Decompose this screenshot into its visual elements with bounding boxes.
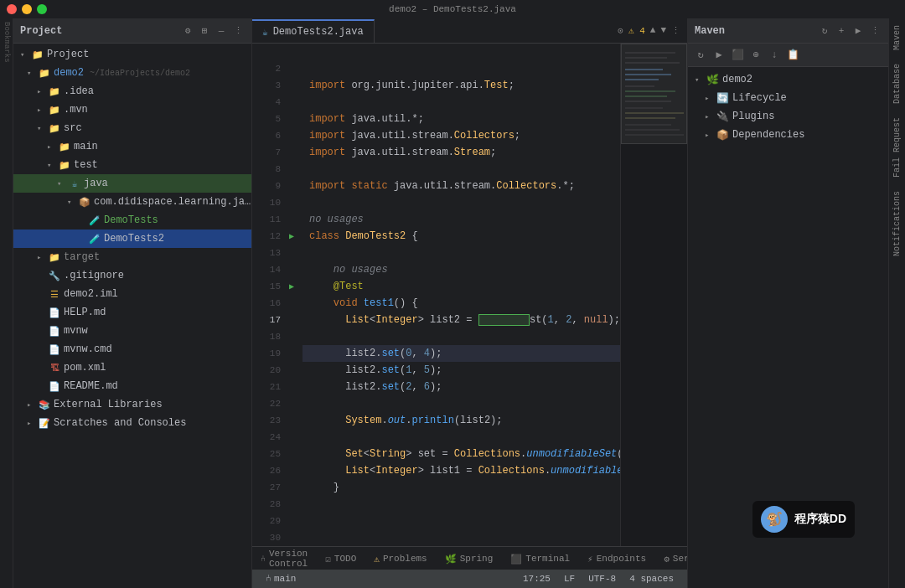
maven-more-icon[interactable]: ⋮ (868, 24, 882, 38)
ln-13: 13 (252, 245, 287, 261)
maven-btn-2[interactable]: ▶ (711, 48, 727, 63)
code-line-27 (303, 513, 620, 529)
code-line-16 (303, 328, 620, 345)
tree-item-demo2iml[interactable]: ☰ demo2.iml (13, 285, 251, 303)
gitignore-icon: 🔧 (48, 269, 61, 282)
status-right: 17:25 LF UTF-8 4 spaces (516, 574, 680, 584)
tree-item-idea[interactable]: ▸ 📁 .idea (13, 82, 251, 101)
tree-item-demotests[interactable]: 🧪 DemoTests (13, 211, 251, 230)
code-line-10 (303, 194, 620, 211)
status-indent[interactable]: 4 spaces (623, 574, 680, 584)
tab-demotests2[interactable]: ☕ DemoTests2.java (252, 19, 375, 43)
tree-label: .gitignore (64, 270, 124, 281)
maven-arrow: ▾ (695, 75, 703, 85)
code-line-24: List<Integer> list1 = Collections.unmodi… (303, 462, 620, 479)
editor-toolbar: ⊙ ⚠ 4 ▲ ▼ ⋮ (611, 18, 687, 43)
code-content[interactable]: import org.junit.jupiter.api.Test; impor… (303, 44, 620, 546)
tree-item-scratches[interactable]: ▸ 📝 Scratches and Consoles (13, 414, 251, 432)
title-bar: demo2 – DemoTests2.java (0, 0, 905, 18)
sidebar-more-icon[interactable]: ⋮ (231, 24, 245, 38)
maven-run-icon[interactable]: ▶ (851, 24, 865, 38)
tree-item-helpmd[interactable]: 📄 HELP.md (13, 303, 251, 322)
maven-item-dependencies[interactable]: ▸ 📦 Dependencies (688, 126, 888, 144)
close-button[interactable] (7, 4, 17, 14)
folder-icon: 📁 (58, 140, 71, 153)
ln-28: 28 (252, 496, 287, 513)
editor-area: ☕ DemoTests2.java ⊙ ⚠ 4 ▲ ▼ ⋮ 2 3 4 5 6 … (252, 18, 687, 588)
scroll-up-icon[interactable]: ▲ (650, 25, 656, 35)
maven-btn-6[interactable]: 📋 (785, 48, 800, 63)
right-tab-database[interactable]: Database (891, 57, 903, 111)
status-vc[interactable]: ⑃ main (259, 570, 303, 588)
vc-label: Version Control (269, 549, 308, 569)
sidebar-settings-icon[interactable]: ⚙ (181, 24, 194, 38)
tree-label: .mvn (64, 104, 88, 116)
tree-item-gitignore[interactable]: 🔧 .gitignore (13, 266, 251, 285)
ln-26: 26 (252, 462, 287, 479)
maven-item-demo2[interactable]: ▾ 🌿 demo2 (688, 70, 888, 89)
indent-label: 4 spaces (629, 574, 674, 584)
status-line-ending[interactable]: LF (557, 574, 582, 584)
java-folder-icon: ☕ (68, 177, 81, 190)
run-class-icon[interactable]: ▶ (287, 228, 303, 245)
tab-services[interactable]: ⚙ Services (655, 548, 687, 570)
more-icon[interactable]: ⋮ (671, 25, 680, 36)
minimize-button[interactable] (22, 4, 32, 14)
maven-add-icon[interactable]: + (835, 24, 848, 38)
tree-item-pomxml[interactable]: 🏗 pom.xml (13, 358, 251, 377)
folder-icon: 📁 (48, 85, 61, 98)
status-cursor[interactable]: 17:25 (516, 574, 557, 584)
maximize-button[interactable] (37, 4, 47, 14)
maven-btn-1[interactable]: ↻ (693, 48, 708, 63)
tree-item-mvnwcmd[interactable]: 📄 mvnw.cmd (13, 340, 251, 358)
tab-todo[interactable]: ☑ TODO (317, 548, 365, 570)
tab-endpoints[interactable]: ⚡ Endpoints (579, 548, 655, 570)
tab-terminal[interactable]: ⬛ Terminal (502, 548, 579, 570)
sidebar-collapse-icon[interactable]: — (215, 24, 228, 38)
bookmarks-tab[interactable]: Bookmarks (1, 18, 13, 66)
sidebar-layout-icon[interactable]: ⊞ (198, 24, 211, 38)
maven-btn-5[interactable]: ↓ (767, 48, 782, 63)
ln-8: 8 (252, 161, 287, 178)
tree-item-src[interactable]: ▾ 📁 src (13, 119, 251, 137)
tree-item-main[interactable]: ▸ 📁 main (13, 137, 251, 156)
ln-22: 22 (252, 395, 287, 412)
ln-7: 7 (252, 144, 287, 161)
code-line-14: void test1() { (303, 295, 620, 312)
tree-item-project[interactable]: ▾ 📁 Project (13, 45, 251, 64)
status-encoding[interactable]: UTF-8 (582, 574, 623, 584)
code-line-13-hint: no usages (303, 261, 620, 278)
test-file-icon: 🧪 (88, 214, 101, 227)
right-tab-notifications[interactable]: Notifications (891, 184, 903, 263)
maven-item-plugins[interactable]: ▸ 🔌 Plugins (688, 107, 888, 126)
maven-refresh-icon[interactable]: ↻ (818, 24, 831, 38)
tree-item-external-libs[interactable]: ▸ 📚 External Libraries (13, 395, 251, 414)
scroll-down-icon[interactable]: ▼ (660, 25, 666, 35)
tree-item-mvnw[interactable]: 📄 mvnw (13, 322, 251, 340)
tree-label: mvnw (64, 325, 88, 337)
bottom-tabs: ⑃ Version Control ☑ TODO ⚠ Problems 🌿 Sp… (252, 546, 687, 570)
tree-item-mvn[interactable]: ▸ 📁 .mvn (13, 101, 251, 119)
tree-item-test[interactable]: ▾ 📁 test (13, 156, 251, 174)
tab-spring[interactable]: 🌿 Spring (437, 548, 503, 570)
tree-item-readmemd[interactable]: 📄 README.md (13, 377, 251, 395)
tree-item-target[interactable]: ▸ 📁 target (13, 248, 251, 266)
tree-item-demotests2[interactable]: 🧪 DemoTests2 (13, 230, 251, 248)
maven-item-lifecycle[interactable]: ▸ 🔄 Lifecycle (688, 89, 888, 107)
tree-item-package[interactable]: ▾ 📦 com.didispace.learning.java (13, 193, 251, 211)
maven-btn-4[interactable]: ⊕ (748, 48, 763, 63)
code-line-2 (303, 60, 620, 77)
tree-item-java[interactable]: ▾ ☕ java (13, 174, 251, 193)
code-line-25: } (303, 479, 620, 496)
tab-version-control[interactable]: ⑃ Version Control (252, 548, 317, 570)
right-tab-fail[interactable]: Fail Request (891, 111, 903, 184)
tree-item-demo2[interactable]: ▾ 📁 demo2 ~/IdeaProjects/demo2 (13, 64, 251, 82)
coverage-icon[interactable]: ⊙ (618, 25, 623, 36)
right-tab-maven[interactable]: Maven (891, 18, 903, 57)
ln-5: 5 (252, 111, 287, 127)
folder-icon: 📁 (31, 48, 44, 61)
maven-btn-3[interactable]: ⬛ (730, 48, 745, 63)
warning-icon[interactable]: ⚠ 4 (628, 25, 645, 36)
run-method-icon[interactable]: ▶ (287, 278, 303, 295)
tab-problems[interactable]: ⚠ Problems (365, 548, 436, 570)
